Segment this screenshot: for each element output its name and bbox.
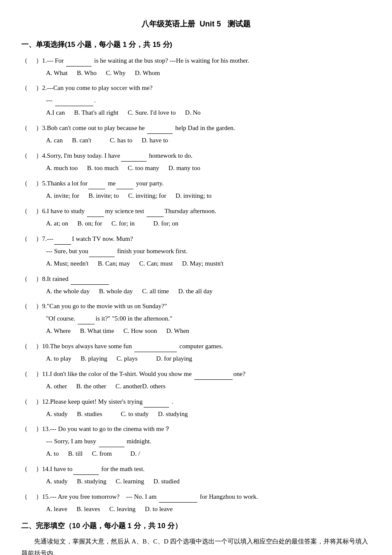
q4-num: ）4. (34, 150, 47, 162)
q15-line: （ ）15. --- Are you free tomorrow? --- No… (21, 490, 371, 503)
q9-optB: B. What time (80, 327, 114, 334)
q7-optC: C. Can; must (139, 260, 173, 267)
q12-optB: B. studies (77, 410, 102, 417)
section2-title: 二、完形填空（10 小题，每小题 1 分，共 10 分） (21, 520, 371, 533)
q15-optA: A. leave (46, 506, 67, 512)
q1-num: ）1. (34, 55, 47, 66)
q8-line: （ ）8. It rained (21, 272, 371, 285)
q1-paren: （ (21, 55, 34, 66)
q1-optC: C. Why (106, 69, 125, 76)
q2-optA: A.I can (46, 109, 65, 116)
q8-options: A. the whole day B. whole day C. all tim… (21, 285, 371, 298)
q13-optC: C. from (92, 450, 112, 457)
q7-optB: B. Can; may (98, 260, 130, 267)
question-10: （ ）10. The boys always have some fun com… (21, 340, 371, 365)
q3-num: ）3. (34, 122, 47, 134)
q12-line: （ ）12. Please keep quiet! My sister's tr… (21, 395, 371, 408)
q1-line: （ ）1. --- For is he waiting at the bus s… (21, 54, 371, 67)
q15-optC: C. leaving (109, 506, 135, 512)
q8-blank (71, 272, 109, 285)
q1-text: --- For is he waiting at the bus stop? -… (47, 54, 371, 67)
question-1: （ ）1. --- For is he waiting at the bus s… (21, 54, 371, 79)
question-14: （ ）14. I have to for the math test. A. s… (21, 462, 371, 488)
q1-options: A. What B. Who C. Why D. Whom (21, 67, 371, 79)
title-subtitle: 测试题 (228, 20, 251, 28)
q3-line: （ ）3. Bob can't come out to play because… (21, 121, 371, 134)
q13-blank (99, 435, 124, 447)
q15-optB: B. leaves (77, 506, 100, 512)
title-chinese: 八年级英语上册 (141, 20, 195, 28)
q3-text: Bob can't come out to play because he he… (47, 121, 371, 134)
q12-num: ）12. (34, 396, 50, 408)
q10-paren: （ (21, 341, 34, 352)
q14-options: A. study B. studying C. learning D. stud… (21, 475, 371, 488)
q10-num: ）10. (34, 341, 50, 352)
q5-blank1 (88, 177, 105, 190)
q3-optD: D. have to (142, 137, 168, 144)
q4-line: （ ）4. Sorry, I'm busy today. I have home… (21, 149, 371, 162)
q7-optA: A. Must; needn't (46, 260, 89, 267)
q12-options: A. study B. studies C. to study D. study… (21, 408, 371, 420)
q5-line: （ ）5. Thanks a lot for me your party. (21, 177, 371, 190)
q6-optB: B. on; for (78, 220, 102, 227)
q5-num: ）5. (34, 178, 47, 189)
q9-paren: （ (21, 301, 34, 312)
q11-optC: C. anotherD. others (115, 383, 165, 390)
q8-optB: B. whole day (99, 288, 133, 295)
q9-line2: "Of course. is it?" "5:00 in the afterno… (21, 312, 371, 324)
q2-num: ）2. (34, 82, 47, 94)
q11-paren: （ (21, 368, 34, 380)
q11-optB: B. the other (76, 383, 106, 390)
q13-optB: B. till (68, 450, 83, 457)
page-title: 八年级英语上册 Unit 5 测试题 (21, 17, 371, 31)
q9-blank (78, 312, 95, 324)
q14-paren: （ (21, 463, 34, 475)
q9-optD: D. When (166, 327, 189, 334)
q5-optA: A. invite; for (46, 192, 79, 199)
question-15: （ ）15. --- Are you free tomorrow? --- No… (21, 490, 371, 515)
q8-paren: （ (21, 273, 34, 285)
q7-paren: （ (21, 233, 34, 245)
q5-blank2 (116, 177, 133, 190)
q9-optA: A. Where (46, 327, 71, 334)
q5-paren: （ (21, 178, 34, 189)
q6-paren: （ (21, 205, 34, 217)
q7-blank2 (89, 245, 115, 257)
q7-line2: --- Sure, but you finish your homework f… (21, 245, 371, 257)
question-5: （ ）5. Thanks a lot for me your party. A.… (21, 177, 371, 202)
q14-blank (73, 462, 99, 475)
q11-text: I don't like the color of the T-shirt. W… (50, 367, 371, 380)
q3-optC: C. has to (110, 137, 133, 144)
q3-blank (147, 121, 173, 134)
q11-optA: A. other (46, 383, 67, 390)
q2-paren: （ (21, 82, 34, 94)
q13-text2: --- Sorry, I am busy midnight. (21, 435, 151, 447)
q10-optC: C. plays (117, 355, 138, 362)
q2-optC: C. Sure. I'd love to (128, 109, 176, 116)
question-13: （ ）13. --- Do you want to go to the cine… (21, 423, 371, 460)
q9-num: ）9. (34, 301, 47, 312)
section1-title: 一、单项选择(15 小题，每小题 1 分，共 15 分) (21, 38, 371, 52)
q14-line: （ ）14. I have to for the math test. (21, 462, 371, 475)
q11-num: ）11. (34, 368, 50, 380)
q9-text1: "Can you go to the movie with us on Sund… (47, 300, 371, 312)
question-11: （ ）11. I don't like the color of the T-s… (21, 367, 371, 393)
q15-paren: （ (21, 491, 34, 503)
q7-optD: D. May; mustn't (182, 260, 223, 267)
q3-optA: A. can (46, 137, 63, 144)
q13-line2: --- Sorry, I am busy midnight. (21, 435, 371, 447)
q13-text1: --- Do you want to go to the cinema with… (50, 423, 371, 435)
question-3: （ ）3. Bob can't come out to play because… (21, 121, 371, 147)
q12-optA: A. study (46, 410, 68, 417)
q3-paren: （ (21, 122, 34, 134)
question-2: （ ）2. ---Can you come to play soccer wit… (21, 82, 371, 119)
q8-optD: D. the all day (178, 288, 213, 295)
q7-options: A. Must; needn't B. Can; may C. Can; mus… (21, 257, 371, 270)
q10-blank (134, 340, 177, 353)
q1-optB: B. Who (77, 69, 96, 76)
q8-optA: A. the whole day (46, 288, 89, 295)
q4-blank (121, 149, 147, 162)
question-7: （ ）7. --- I watch TV now. Mum? --- Sure,… (21, 232, 371, 270)
q14-optD: D. studied (153, 478, 180, 485)
q6-text: I have to study my science test Thursday… (47, 205, 371, 217)
